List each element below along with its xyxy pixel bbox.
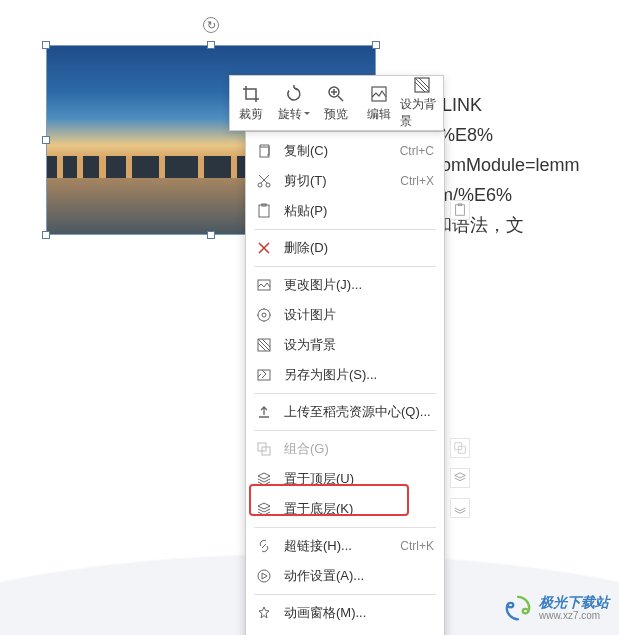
crop-label: 裁剪 — [239, 106, 263, 123]
menu-bring-front[interactable]: 置于顶层(U) — [246, 464, 444, 494]
svg-point-19 — [258, 570, 270, 582]
action-icon — [254, 566, 274, 586]
group-icon — [254, 439, 274, 459]
menu-label: 组合(G) — [284, 440, 434, 458]
menu-format-obj[interactable]: 设置对象格式(O)... — [246, 628, 444, 635]
svg-point-12 — [262, 313, 266, 317]
svg-point-11 — [258, 309, 270, 321]
chevron-down-icon — [304, 107, 310, 121]
context-menu: 复制(C) Ctrl+C 剪切(T) Ctrl+X 粘贴(P) 删除(D) 更改… — [245, 131, 445, 635]
link-icon — [254, 536, 274, 556]
animation-icon — [254, 603, 274, 623]
magnify-icon — [326, 84, 346, 104]
group-submenu-icon — [450, 438, 470, 458]
menu-label: 置于顶层(U) — [284, 470, 434, 488]
edit-label: 编辑 — [367, 106, 391, 123]
menu-label: 粘贴(P) — [284, 202, 434, 220]
menu-save-as-image[interactable]: 另存为图片(S)... — [246, 360, 444, 390]
menu-anim-pane[interactable]: 动画窗格(M)... — [246, 598, 444, 628]
shortcut: Ctrl+K — [400, 539, 434, 553]
paste-icon — [254, 201, 274, 221]
separator — [254, 266, 436, 267]
watermark: 极光下载站 www.xz7.com — [503, 593, 609, 623]
rotate-icon — [284, 84, 304, 104]
menu-hyperlink[interactable]: 超链接(H)... Ctrl+K — [246, 531, 444, 561]
menu-label: 更改图片(J)... — [284, 276, 434, 294]
menu-label: 置于底层(K) — [284, 500, 434, 518]
resize-handle-tr[interactable] — [372, 41, 380, 49]
separator — [254, 594, 436, 595]
menu-label: 设为背景 — [284, 336, 434, 354]
menu-design-image[interactable]: 设计图片 — [246, 300, 444, 330]
menu-group: 组合(G) — [246, 434, 444, 464]
menu-label: 超链接(H)... — [284, 537, 400, 555]
image-edit-icon — [369, 84, 389, 104]
menu-label: 剪切(T) — [284, 172, 400, 190]
menu-label: 设计图片 — [284, 306, 434, 324]
svg-rect-6 — [259, 205, 269, 217]
menu-label: 动画窗格(M)... — [284, 604, 434, 622]
watermark-title: 极光下载站 — [539, 595, 609, 610]
separator — [254, 393, 436, 394]
copy-icon — [254, 141, 274, 161]
bring-front-icon — [254, 469, 274, 489]
menu-set-bg[interactable]: 设为背景 — [246, 330, 444, 360]
menu-copy[interactable]: 复制(C) Ctrl+C — [246, 136, 444, 166]
rotate-handle[interactable]: ↻ — [203, 17, 219, 33]
menu-upload[interactable]: 上传至稻壳资源中心(Q)... — [246, 397, 444, 427]
scissors-icon — [254, 171, 274, 191]
background-icon — [412, 76, 432, 94]
menu-label: 上传至稻壳资源中心(Q)... — [284, 403, 434, 421]
menu-paste[interactable]: 粘贴(P) — [246, 196, 444, 226]
rotate-label: 旋转 — [278, 106, 302, 123]
shortcut: Ctrl+X — [400, 174, 434, 188]
rotate-button[interactable]: 旋转 — [273, 76, 316, 130]
resize-handle-tl[interactable] — [42, 41, 50, 49]
separator — [254, 229, 436, 230]
svg-point-4 — [258, 183, 262, 187]
menu-label: 动作设置(A)... — [284, 567, 434, 585]
image-mini-toolbar: 裁剪 旋转 预览 编辑 设为背景 — [229, 75, 444, 131]
preview-button[interactable]: 预览 — [315, 76, 358, 130]
set-background-button[interactable]: 设为背景 — [400, 76, 443, 130]
preview-label: 预览 — [324, 106, 348, 123]
svg-rect-8 — [456, 205, 465, 216]
menu-label: 复制(C) — [284, 142, 400, 160]
svg-point-5 — [266, 183, 270, 187]
bg-icon — [254, 335, 274, 355]
edit-button[interactable]: 编辑 — [358, 76, 401, 130]
watermark-url: www.xz7.com — [539, 610, 609, 621]
menu-cut[interactable]: 剪切(T) Ctrl+X — [246, 166, 444, 196]
shortcut: Ctrl+C — [400, 144, 434, 158]
setbg-label: 设为背景 — [400, 96, 443, 130]
resize-handle-t[interactable] — [207, 41, 215, 49]
send-back-icon — [254, 499, 274, 519]
paste-submenu-icon[interactable] — [450, 200, 470, 220]
design-icon — [254, 305, 274, 325]
menu-delete[interactable]: 删除(D) — [246, 233, 444, 263]
menu-action[interactable]: 动作设置(A)... — [246, 561, 444, 591]
delete-icon — [254, 238, 274, 258]
menu-label: 删除(D) — [284, 239, 434, 257]
separator — [254, 430, 436, 431]
send-back-submenu-icon[interactable] — [450, 498, 470, 518]
upload-icon — [254, 402, 274, 422]
separator — [254, 527, 436, 528]
resize-handle-b[interactable] — [207, 231, 215, 239]
change-image-icon — [254, 275, 274, 295]
menu-label: 另存为图片(S)... — [284, 366, 434, 384]
bring-front-submenu-icon[interactable] — [450, 468, 470, 488]
menu-send-back[interactable]: 置于底层(K) — [246, 494, 444, 524]
crop-icon — [241, 84, 261, 104]
resize-handle-l[interactable] — [42, 136, 50, 144]
resize-handle-bl[interactable] — [42, 231, 50, 239]
crop-button[interactable]: 裁剪 — [230, 76, 273, 130]
watermark-logo-icon — [503, 593, 533, 623]
save-image-icon — [254, 365, 274, 385]
menu-change-image[interactable]: 更改图片(J)... — [246, 270, 444, 300]
